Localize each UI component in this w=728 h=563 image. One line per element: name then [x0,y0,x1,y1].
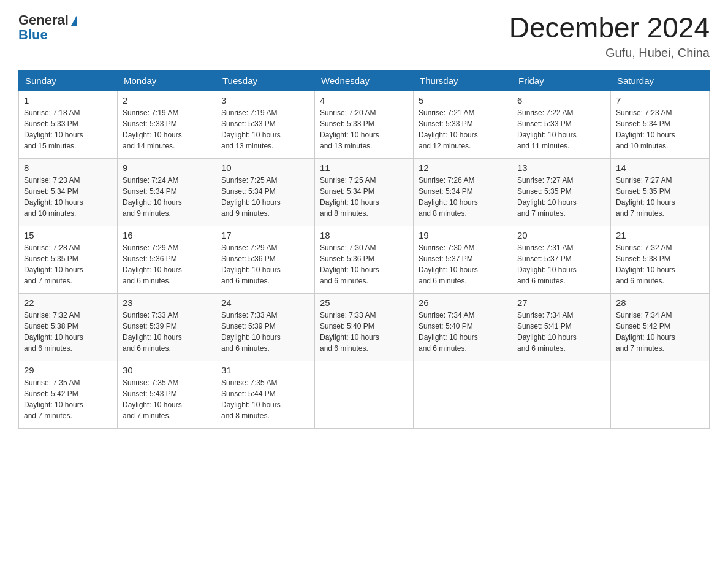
weekday-header-row: SundayMondayTuesdayWednesdayThursdayFrid… [19,70,710,91]
calendar-day-cell: 25Sunrise: 7:33 AMSunset: 5:40 PMDayligh… [315,293,414,361]
day-info: Sunrise: 7:33 AMSunset: 5:39 PMDaylight:… [123,310,211,354]
logo: General Blue [18,12,77,43]
calendar-table: SundayMondayTuesdayWednesdayThursdayFrid… [18,70,710,429]
day-number: 25 [320,297,408,308]
day-info: Sunrise: 7:26 AMSunset: 5:34 PMDaylight:… [419,175,507,219]
weekday-header-monday: Monday [118,70,216,91]
day-number: 19 [419,230,507,240]
day-info: Sunrise: 7:30 AMSunset: 5:36 PMDaylight:… [320,242,408,286]
calendar-day-cell: 20Sunrise: 7:31 AMSunset: 5:37 PMDayligh… [512,226,611,293]
calendar-week-row: 29Sunrise: 7:35 AMSunset: 5:42 PMDayligh… [19,361,710,428]
day-number: 4 [320,95,408,105]
logo-text: General [18,12,77,28]
calendar-day-cell: 16Sunrise: 7:29 AMSunset: 5:36 PMDayligh… [118,226,216,293]
calendar-day-cell: 27Sunrise: 7:34 AMSunset: 5:41 PMDayligh… [512,293,611,361]
logo-triangle-icon [71,15,77,26]
calendar-day-cell [611,361,710,428]
day-info: Sunrise: 7:33 AMSunset: 5:40 PMDaylight:… [320,310,408,354]
calendar-day-cell: 30Sunrise: 7:35 AMSunset: 5:43 PMDayligh… [118,361,216,428]
day-number: 8 [24,163,112,173]
day-info: Sunrise: 7:19 AMSunset: 5:33 PMDaylight:… [123,107,211,151]
calendar-day-cell [414,361,512,428]
day-number: 2 [123,95,211,105]
weekday-header-wednesday: Wednesday [315,70,414,91]
day-info: Sunrise: 7:22 AMSunset: 5:33 PMDaylight:… [517,107,605,151]
day-number: 27 [517,297,605,308]
day-info: Sunrise: 7:33 AMSunset: 5:39 PMDaylight:… [221,310,309,354]
day-number: 30 [123,365,211,375]
day-info: Sunrise: 7:32 AMSunset: 5:38 PMDaylight:… [24,310,112,354]
calendar-day-cell: 5Sunrise: 7:21 AMSunset: 5:33 PMDaylight… [414,91,512,158]
day-number: 6 [517,95,605,105]
day-number: 28 [616,297,704,308]
calendar-day-cell: 2Sunrise: 7:19 AMSunset: 5:33 PMDaylight… [118,91,216,158]
day-number: 18 [320,230,408,240]
logo-blue-text: Blue [18,27,48,43]
calendar-day-cell: 23Sunrise: 7:33 AMSunset: 5:39 PMDayligh… [118,293,216,361]
day-number: 31 [221,365,309,375]
calendar-day-cell [512,361,611,428]
weekday-header-saturday: Saturday [611,70,710,91]
calendar-day-cell: 6Sunrise: 7:22 AMSunset: 5:33 PMDaylight… [512,91,611,158]
calendar-day-cell: 14Sunrise: 7:27 AMSunset: 5:35 PMDayligh… [611,158,710,226]
day-number: 15 [24,230,112,240]
day-info: Sunrise: 7:19 AMSunset: 5:33 PMDaylight:… [221,107,309,151]
day-info: Sunrise: 7:28 AMSunset: 5:35 PMDaylight:… [24,242,112,286]
calendar-day-cell: 18Sunrise: 7:30 AMSunset: 5:36 PMDayligh… [315,226,414,293]
day-number: 23 [123,297,211,308]
day-info: Sunrise: 7:27 AMSunset: 5:35 PMDaylight:… [517,175,605,219]
day-number: 13 [517,163,605,173]
day-number: 5 [419,95,507,105]
day-number: 3 [221,95,309,105]
calendar-day-cell: 22Sunrise: 7:32 AMSunset: 5:38 PMDayligh… [19,293,118,361]
calendar-day-cell: 10Sunrise: 7:25 AMSunset: 5:34 PMDayligh… [216,158,315,226]
calendar-day-cell: 26Sunrise: 7:34 AMSunset: 5:40 PMDayligh… [414,293,512,361]
calendar-day-cell: 4Sunrise: 7:20 AMSunset: 5:33 PMDaylight… [315,91,414,158]
calendar-day-cell: 12Sunrise: 7:26 AMSunset: 5:34 PMDayligh… [414,158,512,226]
day-number: 14 [616,163,704,173]
month-title: December 2024 [509,12,710,44]
day-number: 1 [24,95,112,105]
day-info: Sunrise: 7:35 AMSunset: 5:42 PMDaylight:… [24,377,112,421]
day-number: 17 [221,230,309,240]
day-info: Sunrise: 7:35 AMSunset: 5:43 PMDaylight:… [123,377,211,421]
day-number: 10 [221,163,309,173]
day-number: 21 [616,230,704,240]
day-number: 11 [320,163,408,173]
day-number: 16 [123,230,211,240]
day-number: 24 [221,297,309,308]
day-number: 7 [616,95,704,105]
calendar-day-cell: 31Sunrise: 7:35 AMSunset: 5:44 PMDayligh… [216,361,315,428]
day-info: Sunrise: 7:29 AMSunset: 5:36 PMDaylight:… [123,242,211,286]
calendar-day-cell: 21Sunrise: 7:32 AMSunset: 5:38 PMDayligh… [611,226,710,293]
day-info: Sunrise: 7:27 AMSunset: 5:35 PMDaylight:… [616,175,704,219]
day-number: 20 [517,230,605,240]
calendar-day-cell: 19Sunrise: 7:30 AMSunset: 5:37 PMDayligh… [414,226,512,293]
day-info: Sunrise: 7:35 AMSunset: 5:44 PMDaylight:… [221,377,309,421]
day-info: Sunrise: 7:30 AMSunset: 5:37 PMDaylight:… [419,242,507,286]
calendar-day-cell: 29Sunrise: 7:35 AMSunset: 5:42 PMDayligh… [19,361,118,428]
page-header: General Blue December 2024 Gufu, Hubei, … [18,12,710,60]
calendar-day-cell: 24Sunrise: 7:33 AMSunset: 5:39 PMDayligh… [216,293,315,361]
weekday-header-tuesday: Tuesday [216,70,315,91]
day-info: Sunrise: 7:31 AMSunset: 5:37 PMDaylight:… [517,242,605,286]
calendar-day-cell: 7Sunrise: 7:23 AMSunset: 5:34 PMDaylight… [611,91,710,158]
day-number: 9 [123,163,211,173]
day-info: Sunrise: 7:24 AMSunset: 5:34 PMDaylight:… [123,175,211,219]
day-number: 22 [24,297,112,308]
calendar-week-row: 1Sunrise: 7:18 AMSunset: 5:33 PMDaylight… [19,91,710,158]
day-info: Sunrise: 7:20 AMSunset: 5:33 PMDaylight:… [320,107,408,151]
calendar-week-row: 8Sunrise: 7:23 AMSunset: 5:34 PMDaylight… [19,158,710,226]
day-info: Sunrise: 7:29 AMSunset: 5:36 PMDaylight:… [221,242,309,286]
calendar-day-cell: 15Sunrise: 7:28 AMSunset: 5:35 PMDayligh… [19,226,118,293]
day-number: 12 [419,163,507,173]
calendar-day-cell: 28Sunrise: 7:34 AMSunset: 5:42 PMDayligh… [611,293,710,361]
day-info: Sunrise: 7:32 AMSunset: 5:38 PMDaylight:… [616,242,704,286]
day-info: Sunrise: 7:23 AMSunset: 5:34 PMDaylight:… [24,175,112,219]
day-number: 29 [24,365,112,375]
weekday-header-thursday: Thursday [414,70,512,91]
day-info: Sunrise: 7:34 AMSunset: 5:41 PMDaylight:… [517,310,605,354]
calendar-day-cell: 3Sunrise: 7:19 AMSunset: 5:33 PMDaylight… [216,91,315,158]
calendar-week-row: 15Sunrise: 7:28 AMSunset: 5:35 PMDayligh… [19,226,710,293]
calendar-day-cell: 9Sunrise: 7:24 AMSunset: 5:34 PMDaylight… [118,158,216,226]
